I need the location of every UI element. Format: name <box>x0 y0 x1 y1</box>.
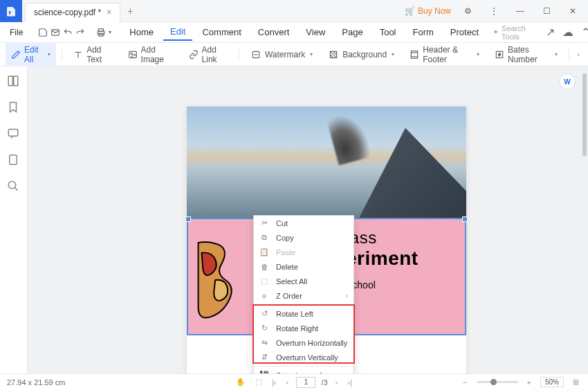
svg-point-5 <box>131 53 132 54</box>
paste-icon: 📋 <box>259 248 269 257</box>
svg-point-17 <box>8 181 16 189</box>
zoom-out-icon[interactable]: − <box>461 378 469 387</box>
edit-toolbar: Edit All Add Text Add Image Add Link Wat… <box>0 43 588 66</box>
menubar: File ▾ Home Edit Comment Convert View Pa… <box>0 22 588 43</box>
print-dropdown-icon[interactable]: ▾ <box>109 24 111 41</box>
maximize-button[interactable]: ☐ <box>537 1 556 21</box>
bookmark-icon[interactable] <box>7 101 21 115</box>
close-tab-icon[interactable]: × <box>107 8 111 17</box>
app-logo <box>0 0 22 22</box>
watermark-icon <box>250 49 261 60</box>
cm-cut[interactable]: ✂Cut <box>254 216 353 230</box>
save-icon[interactable] <box>38 24 48 41</box>
select-tool-icon[interactable]: ⬚ <box>253 378 264 387</box>
add-tab-button[interactable]: + <box>120 6 140 17</box>
watermark-button[interactable]: Watermark <box>245 46 318 63</box>
minimize-button[interactable]: — <box>511 1 530 21</box>
zoom-slider[interactable] <box>477 381 518 383</box>
save-image-icon: 💾 <box>259 371 269 374</box>
scissors-icon: ✂ <box>259 219 269 228</box>
fit-page-icon[interactable]: ⊞ <box>571 378 581 387</box>
menu-comment[interactable]: Comment <box>195 24 248 40</box>
hand-tool-icon[interactable]: ✋ <box>234 378 248 387</box>
svg-rect-14 <box>13 76 17 86</box>
page-number-input[interactable] <box>296 377 315 388</box>
word-export-badge[interactable]: W <box>559 73 576 90</box>
bates-number-button[interactable]: # Bates Number <box>489 42 563 67</box>
redo-icon[interactable] <box>75 24 85 41</box>
image-icon <box>128 49 138 60</box>
cm-copy[interactable]: ⧉Copy <box>254 230 353 245</box>
buy-now-link[interactable]: 🛒 Buy Now <box>405 6 451 16</box>
comment-icon[interactable] <box>7 127 21 141</box>
background-button[interactable]: Background <box>322 46 400 63</box>
select-all-icon: ⬚ <box>259 277 269 286</box>
svg-text:#: # <box>498 53 501 57</box>
bates-icon: # <box>495 49 504 60</box>
cm-rotate-right[interactable]: ↻Rotate Right <box>254 321 353 335</box>
attachment-icon[interactable] <box>7 154 21 167</box>
rotate-right-icon: ↻ <box>259 324 269 333</box>
menu-page[interactable]: Page <box>335 24 369 40</box>
cm-select-all[interactable]: ⬚Select All <box>254 274 353 288</box>
menu-view[interactable]: View <box>299 24 332 40</box>
open-external-icon[interactable]: ↗ <box>544 24 557 41</box>
prev-page-icon[interactable]: ‹ <box>284 378 291 387</box>
header-footer-icon <box>410 49 419 60</box>
layers-icon: ≡ <box>259 291 269 301</box>
cm-overturn-h[interactable]: ⇋Overturn Horizontally <box>254 335 353 350</box>
menu-form[interactable]: Form <box>406 24 441 40</box>
mail-icon[interactable] <box>50 24 60 41</box>
print-icon[interactable] <box>96 24 106 41</box>
next-page-icon[interactable]: › <box>333 378 340 387</box>
page-total: /3 <box>321 378 327 387</box>
menu-home[interactable]: Home <box>122 24 160 40</box>
chevron-right-icon: › <box>346 292 348 299</box>
document-canvas[interactable]: W V lass eriment School ✂Cut ⧉Copy <box>28 66 588 373</box>
undo-icon[interactable] <box>63 24 73 41</box>
thumbnails-icon[interactable] <box>7 75 21 89</box>
search-icon[interactable] <box>7 180 21 194</box>
menu-protect[interactable]: Protect <box>443 24 486 40</box>
more-icon[interactable]: ⋮ <box>484 1 504 21</box>
menu-tool[interactable]: Tool <box>373 24 403 40</box>
menu-edit[interactable]: Edit <box>163 24 192 41</box>
last-page-icon[interactable]: ›| <box>345 378 354 387</box>
volcano-photo[interactable] <box>187 106 466 218</box>
vertical-scrollbar[interactable] <box>582 73 587 156</box>
statusbar: 27.94 x 21.59 cm ✋ ⬚ |‹ ‹ /3 › ›| − + 50… <box>0 373 588 390</box>
add-text-button[interactable]: Add Text <box>68 42 118 67</box>
zoom-in-icon[interactable]: + <box>525 378 533 387</box>
sidebar <box>0 66 28 373</box>
zoom-level[interactable]: 50% <box>540 377 564 387</box>
copy-icon: ⧉ <box>259 233 269 243</box>
edit-all-button[interactable]: Edit All <box>6 42 56 67</box>
cm-rotate-left[interactable]: ↺Rotate Left <box>254 306 353 321</box>
page-dimensions: 27.94 x 21.59 cm <box>7 378 65 387</box>
cm-z-order[interactable]: ≡Z Order› <box>254 288 353 303</box>
document-tab[interactable]: science-copy.pdf * × <box>25 3 120 22</box>
cart-icon: 🛒 <box>405 6 415 16</box>
titlebar: science-copy.pdf * × + 🛒 Buy Now ⚙ ⋮ — ☐… <box>0 0 588 22</box>
cm-save-image-as[interactable]: 💾Save Image As <box>254 368 353 373</box>
cloud-icon[interactable]: ☁ <box>561 24 574 41</box>
rotate-left-icon: ↺ <box>259 309 269 319</box>
svg-rect-8 <box>412 50 418 58</box>
wand-icon: ✦ <box>493 28 499 37</box>
flip-h-icon: ⇋ <box>259 338 269 348</box>
geology-illustration <box>194 239 250 321</box>
add-link-button[interactable]: Add Link <box>183 42 234 67</box>
toolbar-overflow-icon[interactable]: › <box>575 50 582 58</box>
first-page-icon[interactable]: |‹ <box>270 378 279 387</box>
tab-title: science-copy.pdf * <box>34 8 101 17</box>
file-menu[interactable]: File <box>6 28 27 37</box>
settings-icon[interactable]: ⚙ <box>458 1 477 21</box>
header-footer-button[interactable]: Header & Footer <box>404 42 485 67</box>
cm-delete[interactable]: 🗑Delete <box>254 259 353 274</box>
add-image-button[interactable]: Add Image <box>122 42 179 67</box>
collapse-icon[interactable]: ⌃ <box>579 24 588 41</box>
search-tools[interactable]: ✦ Search Tools <box>488 23 540 42</box>
cm-overturn-v[interactable]: ⇵Overturn Vertically <box>254 350 353 364</box>
close-window-button[interactable]: ✕ <box>563 1 582 21</box>
menu-convert[interactable]: Convert <box>251 24 297 40</box>
